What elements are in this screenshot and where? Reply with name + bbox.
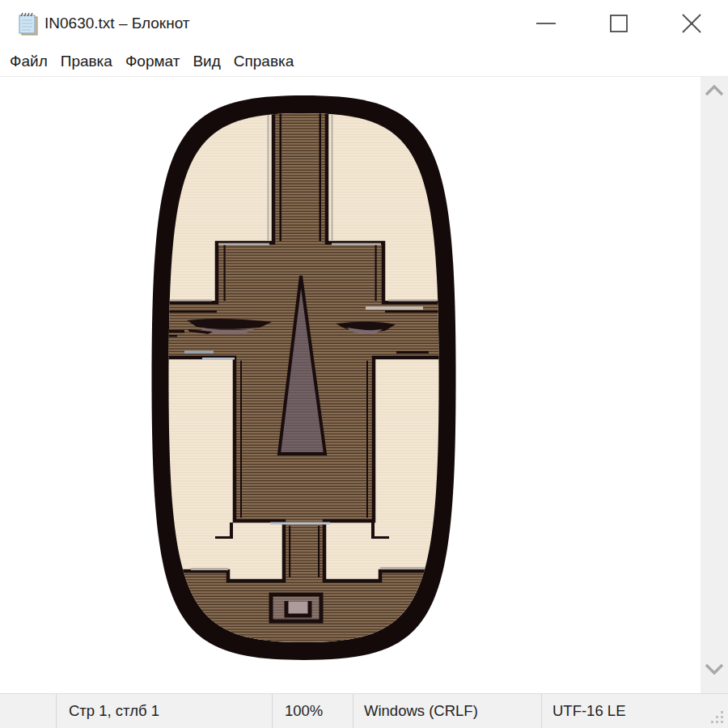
menu-format[interactable]: Формат (119, 47, 187, 77)
minimize-button[interactable] (510, 0, 582, 47)
scroll-down-button[interactable] (700, 662, 728, 676)
menu-view[interactable]: Вид (186, 47, 226, 77)
resize-grip[interactable] (709, 709, 726, 726)
mask-text-art (0, 77, 700, 693)
scroll-up-button[interactable] (700, 83, 728, 98)
text-editor-area[interactable] (0, 77, 700, 693)
close-icon (681, 13, 702, 34)
maximize-button[interactable] (582, 0, 655, 47)
minimize-icon (535, 13, 557, 34)
maximize-icon (608, 13, 629, 34)
status-spacer (0, 694, 57, 728)
menu-help[interactable]: Справка (227, 47, 301, 77)
status-cursor-position: Стр 1, стлб 1 (57, 694, 273, 728)
menu-file[interactable]: Файл (3, 47, 54, 77)
status-encoding: UTF-16 LE (542, 694, 728, 728)
chevron-up-icon (705, 85, 724, 96)
status-bar: Стр 1, стлб 1 100% Windows (CRLF) UTF-16… (0, 693, 728, 728)
notepad-window: IN0630.txt – Блокнот Файл Правка (0, 0, 728, 728)
status-zoom-level: 100% (273, 694, 353, 728)
status-line-ending: Windows (CRLF) (353, 694, 542, 728)
status-encoding-label: UTF-16 LE (552, 702, 625, 720)
window-controls (510, 0, 728, 47)
close-button[interactable] (655, 0, 728, 47)
window-title: IN0630.txt – Блокнот (44, 0, 190, 47)
menu-bar: Файл Правка Формат Вид Справка (0, 47, 728, 77)
notepad-icon (17, 11, 40, 37)
chevron-down-icon (705, 663, 724, 675)
vertical-scrollbar[interactable] (700, 77, 728, 693)
title-bar[interactable]: IN0630.txt – Блокнот (0, 0, 728, 47)
mask-mouth (271, 595, 321, 621)
menu-edit[interactable]: Правка (54, 47, 119, 77)
